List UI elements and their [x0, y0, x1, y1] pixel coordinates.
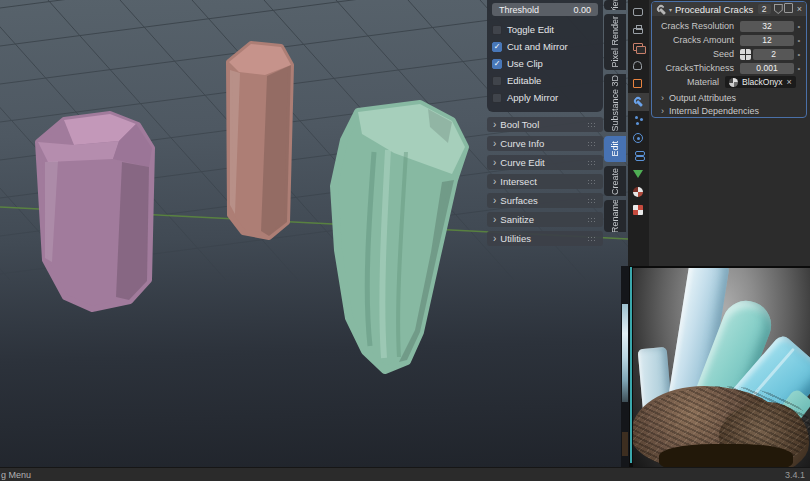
material-preview-icon: [729, 78, 738, 87]
crystal-object-salmon[interactable]: [229, 44, 291, 237]
chevron-right-icon: ›: [493, 177, 496, 187]
tab-physics-properties[interactable]: [628, 129, 649, 147]
users-count-badge[interactable]: 2: [758, 4, 771, 14]
panel-surfaces[interactable]: › Surfaces: [487, 193, 603, 208]
crystal-object-green[interactable]: [334, 104, 465, 370]
checkbox-label: Editable: [507, 75, 541, 86]
tab-object-data-properties[interactable]: [628, 165, 649, 183]
checkbox-editable[interactable]: ✓ Editable: [492, 72, 598, 89]
tab-substance-3d[interactable]: Substance 3D: [604, 74, 626, 132]
chevron-right-icon: ›: [661, 93, 664, 103]
checkbox-use-clip[interactable]: ✓ Use Clip: [492, 55, 598, 72]
chevron-down-icon[interactable]: ▾: [669, 6, 672, 13]
chevron-right-icon: ›: [493, 120, 496, 130]
tab-material-properties[interactable]: [628, 183, 649, 201]
field-value-input[interactable]: 2: [753, 49, 794, 60]
section-output-attributes[interactable]: › Output Attributes: [652, 91, 806, 104]
panel-label: Surfaces: [500, 195, 583, 206]
fake-user-shield-icon[interactable]: [774, 4, 783, 14]
tab-modifier-properties[interactable]: [628, 93, 649, 111]
grip-icon[interactable]: [587, 160, 597, 165]
grip-icon[interactable]: [587, 179, 597, 184]
modifier-panel: ▾ Procedural Cracks 2 × Cracks Resolutio…: [651, 1, 807, 118]
field-material: Material BlackOnyx ×: [654, 75, 804, 89]
crystal-object-purple[interactable]: [38, 114, 152, 309]
tab-scene-properties[interactable]: [628, 57, 649, 75]
tab-object-properties[interactable]: [628, 75, 649, 93]
input-attribute-toggle-icon[interactable]: [740, 49, 751, 60]
n-panel-tabs: View Pixel Render Substance 3D Edit Crea…: [604, 0, 628, 232]
view-layer-icon: [633, 42, 645, 54]
material-selector[interactable]: BlackOnyx ×: [725, 76, 796, 88]
texture-checker-icon: [633, 205, 643, 215]
chevron-right-icon: ›: [493, 158, 496, 168]
decorator-dot[interactable]: •: [794, 64, 804, 73]
n-panel: Threshold 0.00 ✓ Toggle Edit ✓ Cut and M…: [487, 0, 603, 250]
tab-render-properties[interactable]: [628, 3, 649, 21]
grip-icon[interactable]: [587, 217, 597, 222]
checkbox-cut-and-mirror[interactable]: ✓ Cut and Mirror: [492, 38, 598, 55]
field-cracks-thickness: CracksThickness 0.001 •: [654, 61, 804, 75]
panel-label: Utilities: [500, 233, 583, 244]
clear-material-icon[interactable]: ×: [787, 78, 792, 87]
tab-pixel-render[interactable]: Pixel Render: [604, 14, 626, 70]
checkbox-icon: ✓: [492, 25, 502, 35]
tab-output-properties[interactable]: [628, 21, 649, 39]
checkbox-label: Cut and Mirror: [507, 41, 568, 52]
field-value-input[interactable]: 12: [740, 35, 794, 46]
checkbox-label: Use Clip: [507, 58, 543, 69]
panel-curve-edit[interactable]: › Curve Edit: [487, 155, 603, 170]
panel-curve-info[interactable]: › Curve Info: [487, 136, 603, 151]
tab-view-layer-properties[interactable]: [628, 39, 649, 57]
field-label: Seed: [654, 49, 740, 59]
field-cracks-amount: Cracks Amount 12 •: [654, 33, 804, 47]
decorator-dot[interactable]: •: [794, 50, 804, 59]
tab-view[interactable]: View: [604, 0, 626, 10]
properties-editor: ▾ Procedural Cracks 2 × Cracks Resolutio…: [628, 0, 810, 266]
panel-bool-tool[interactable]: › Bool Tool: [487, 117, 603, 132]
tab-constraint-properties[interactable]: [628, 147, 649, 165]
grip-icon[interactable]: [587, 141, 597, 146]
section-internal-dependencies[interactable]: › Internal Dependencies: [652, 104, 806, 117]
modifier-name[interactable]: Procedural Cracks: [675, 4, 755, 15]
close-icon[interactable]: ×: [797, 5, 802, 14]
blender-window: Threshold 0.00 ✓ Toggle Edit ✓ Cut and M…: [0, 0, 810, 481]
panel-utilities[interactable]: › Utilities: [487, 231, 603, 246]
version-label: 3.4.1: [785, 470, 805, 480]
threshold-value: 0.00: [573, 5, 591, 15]
checkbox-apply-mirror[interactable]: ✓ Apply Mirror: [492, 89, 598, 106]
decorator-dot[interactable]: •: [794, 22, 804, 31]
copy-icon[interactable]: [786, 5, 793, 13]
checkbox-icon: ✓: [492, 42, 502, 52]
panel-sanitize[interactable]: › Sanitize: [487, 212, 603, 227]
grip-icon[interactable]: [587, 198, 597, 203]
object-icon: [633, 79, 642, 88]
printer-icon: [633, 28, 643, 34]
tab-texture-properties[interactable]: [628, 201, 649, 219]
field-value-input[interactable]: 0.001: [740, 63, 794, 74]
reference-image: [633, 268, 810, 467]
tab-particle-properties[interactable]: [628, 111, 649, 129]
tab-create[interactable]: Create: [604, 166, 626, 196]
active-area-border[interactable]: [630, 267, 632, 463]
tab-edit[interactable]: Edit: [604, 136, 626, 162]
grip-icon[interactable]: [587, 122, 597, 127]
scene-icon: [633, 61, 642, 70]
viewport-3d[interactable]: Threshold 0.00 ✓ Toggle Edit ✓ Cut and M…: [0, 0, 628, 467]
panel-label: Curve Info: [500, 138, 583, 149]
chevron-right-icon: ›: [493, 215, 496, 225]
field-label: Cracks Amount: [654, 35, 740, 45]
tab-rename[interactable]: Rename: [604, 200, 626, 232]
threshold-slider[interactable]: Threshold 0.00: [492, 3, 598, 16]
panel-intersect[interactable]: › Intersect: [487, 174, 603, 189]
field-label: Cracks Resolution: [654, 21, 740, 31]
modifier-header[interactable]: ▾ Procedural Cracks 2 ×: [652, 2, 806, 16]
narrow-image-area-sliver[interactable]: [621, 266, 629, 467]
status-bar: g Menu 3.4.1: [0, 467, 810, 481]
field-value-input[interactable]: 32: [740, 21, 794, 32]
checkbox-toggle-edit[interactable]: ✓ Toggle Edit: [492, 21, 598, 38]
checkbox-label: Toggle Edit: [507, 24, 554, 35]
grip-icon[interactable]: [587, 236, 597, 241]
decorator-dot[interactable]: •: [794, 36, 804, 45]
image-editor-area[interactable]: [628, 266, 810, 467]
